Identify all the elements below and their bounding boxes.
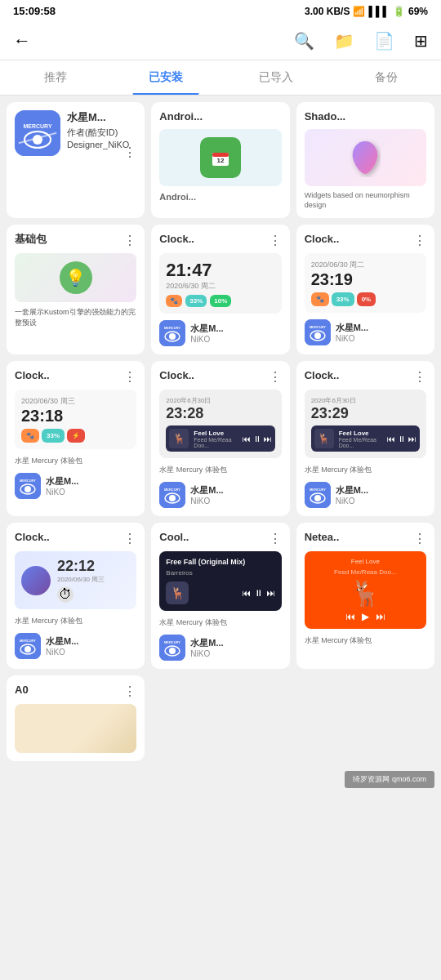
- basic-preview: 💡: [15, 253, 136, 302]
- clock-2-date: 2020/06/30 周二: [311, 260, 420, 270]
- card-6-menu[interactable]: ⋮: [410, 233, 426, 248]
- card-5-title: Clock..: [159, 233, 265, 247]
- card-clock-planet[interactable]: Clock.. ⋮ 22:12 2020/06/30 周三 ⏱ 水星 Mercu…: [7, 523, 145, 669]
- card-11-package: 水星 Mercury 体验包: [159, 617, 281, 628]
- card-10-name: 水星M...: [46, 635, 78, 648]
- tab-imported[interactable]: 已导入: [220, 60, 331, 95]
- card-clock-2[interactable]: Clock.. ⋮ 2020/06/30 周二 23:19 🐾 33% 0% M…: [296, 225, 434, 354]
- card-8-title: Clock..: [159, 369, 265, 383]
- file-button[interactable]: 📄: [374, 31, 394, 51]
- card-5-name: 水星M...: [190, 323, 223, 335]
- card-10-menu[interactable]: ⋮: [120, 531, 136, 546]
- status-bar: 15:09:58 3.00 KB/S 📶 ▌▌▌ 🔋 69%: [0, 0, 441, 22]
- svg-point-12: [169, 333, 176, 340]
- card-10-package: 水星 Mercury 体验包: [15, 616, 136, 626]
- card-11-title: Cool..: [159, 531, 265, 545]
- card-10-author: NiKO: [46, 648, 78, 657]
- card-clock-1[interactable]: Clock.. ⋮ 21:47 2020/6/30 周二 🐾 33% 10% M…: [151, 225, 289, 354]
- watermark: 绮罗资源网 qmo6.com: [345, 771, 434, 788]
- clock-2-time: 23:19: [311, 270, 420, 289]
- card-clock-music-2[interactable]: Clock.. ⋮ 2020年6月30日 23:29 🦌 Feel Love F…: [296, 361, 434, 516]
- android-icon: 12: [200, 137, 241, 178]
- clock-1-time: 21:47: [166, 260, 274, 281]
- card-mercury-app[interactable]: MERCURY 水星M... 作者(酷安ID) Designer_NiKO ⋮: [7, 102, 145, 218]
- shadow-preview: [305, 129, 426, 186]
- card-12-package: 水星 Mercury 体验包: [305, 635, 426, 646]
- card-clock-music[interactable]: Clock.. ⋮ 2020年6月30日 23:28 🦌 Feel Love F…: [151, 361, 289, 516]
- card-11-icon: MERCURY: [159, 635, 185, 661]
- card-7-package: 水星 Mercury 体验包: [15, 456, 136, 466]
- card-cool[interactable]: Cool.. ⋮ Free Fall (Original Mix) Barrei…: [151, 523, 289, 669]
- svg-point-28: [314, 495, 321, 501]
- card-8-package: 水星 Mercury 体验包: [159, 465, 281, 475]
- card-11-menu[interactable]: ⋮: [265, 531, 282, 546]
- card-basic[interactable]: 基础包 ⋮ 💡 一套展示Kustom引擎的强劲能力的完整预设: [7, 225, 145, 354]
- card-6-author: NiKO: [336, 334, 368, 343]
- card-5-author: NiKO: [190, 335, 223, 344]
- status-time: 15:09:58: [13, 5, 56, 17]
- planet-preview: 22:12 2020/06/30 周三 ⏱: [15, 551, 136, 609]
- clock-3-preview: 2020/06/30 周三 23:18 🐾 33% ⚡: [15, 390, 136, 449]
- svg-text:MERCURY: MERCURY: [310, 488, 326, 492]
- card-8-name: 水星M...: [190, 484, 223, 497]
- clock-music-2-preview: 2020年6月30日 23:29 🦌 Feel Love Feed Me/Rea…: [305, 390, 426, 458]
- card-8-menu[interactable]: ⋮: [265, 369, 282, 385]
- card-13-menu[interactable]: ⋮: [120, 684, 136, 699]
- card-12-menu[interactable]: ⋮: [410, 531, 426, 546]
- card-4-menu[interactable]: ⋮: [120, 233, 136, 248]
- card-8-icon: MERCURY: [159, 482, 185, 508]
- cool-preview: Free Fall (Original Mix) Barreiros 🦌 ⏮⏸⏭: [159, 551, 281, 611]
- back-button[interactable]: ←: [13, 30, 31, 51]
- card-1-menu[interactable]: ⋮: [120, 145, 136, 160]
- tab-installed[interactable]: 已安装: [110, 60, 220, 95]
- card-netea[interactable]: Netea.. ⋮ Feel Love Feed Me/Reaa Doo... …: [296, 523, 434, 669]
- card-7-icon: MERCURY: [15, 473, 41, 499]
- card-9-menu[interactable]: ⋮: [410, 369, 426, 385]
- tab-bar: 推荐 已安装 已导入 备份: [0, 60, 441, 96]
- card-6-name: 水星M...: [336, 322, 368, 334]
- card-clock-3[interactable]: Clock.. ⋮ 2020/06/30 周三 23:18 🐾 33% ⚡ 水星…: [7, 361, 145, 516]
- search-button[interactable]: 🔍: [294, 31, 314, 51]
- signal-icon: ▌▌▌: [368, 6, 390, 17]
- clock-music-time: 23:28: [166, 405, 274, 422]
- tab-recommend[interactable]: 推荐: [0, 60, 110, 95]
- tab-backup[interactable]: 备份: [331, 60, 441, 95]
- card-9-package: 水星 Mercury 体验包: [305, 465, 426, 475]
- widget-green: 10%: [210, 295, 231, 307]
- card-12-title: Netea..: [305, 531, 410, 545]
- a0-preview: [15, 704, 136, 753]
- svg-point-32: [24, 646, 31, 653]
- card-shadow[interactable]: Shado... Widgets based on neumorphism d: [296, 102, 434, 218]
- svg-text:MERCURY: MERCURY: [164, 488, 180, 492]
- card-7-title: Clock..: [15, 369, 120, 383]
- grid-button[interactable]: ⊞: [414, 31, 428, 51]
- widget-teal: 33%: [185, 295, 207, 307]
- folder-button[interactable]: 📁: [334, 31, 354, 51]
- svg-point-16: [314, 332, 321, 339]
- svg-point-36: [169, 648, 176, 654]
- card-7-menu[interactable]: ⋮: [120, 369, 136, 385]
- android-preview: 12: [159, 129, 281, 186]
- bulb-icon: 💡: [60, 261, 92, 294]
- card-3-subtitle: Widgets based on neumorphism design: [305, 191, 426, 210]
- card-9-icon: MERCURY: [305, 482, 331, 508]
- card-9-title: Clock..: [305, 369, 410, 383]
- card-11-name: 水星M...: [190, 637, 223, 649]
- card-5-menu[interactable]: ⋮: [265, 233, 282, 248]
- svg-text:MERCURY: MERCURY: [20, 479, 36, 483]
- card-10-title: Clock..: [15, 531, 120, 545]
- card-6-title: Clock..: [305, 233, 410, 247]
- svg-text:MERCURY: MERCURY: [20, 639, 36, 643]
- card-a0[interactable]: A0 ⋮: [7, 675, 145, 761]
- status-icons: 3.00 KB/S 📶 ▌▌▌ 🔋 69%: [305, 6, 428, 17]
- clock-1-preview: 21:47 2020/6/30 周二 🐾 33% 10%: [159, 253, 281, 314]
- card-4-subtitle: 一套展示Kustom引擎的强劲能力的完整预设: [15, 307, 136, 327]
- card-android[interactable]: Androi... 12 Androi...: [151, 102, 289, 218]
- card-3-title: Shado...: [305, 110, 426, 124]
- card-5-icon: MERCURY: [159, 320, 185, 346]
- widget-orange: 🐾: [166, 295, 182, 307]
- card-1-title: 水星M...: [67, 110, 136, 125]
- svg-text:MERCURY: MERCURY: [23, 123, 51, 129]
- svg-text:MERCURY: MERCURY: [164, 326, 180, 330]
- card-10-icon: MERCURY: [15, 633, 41, 659]
